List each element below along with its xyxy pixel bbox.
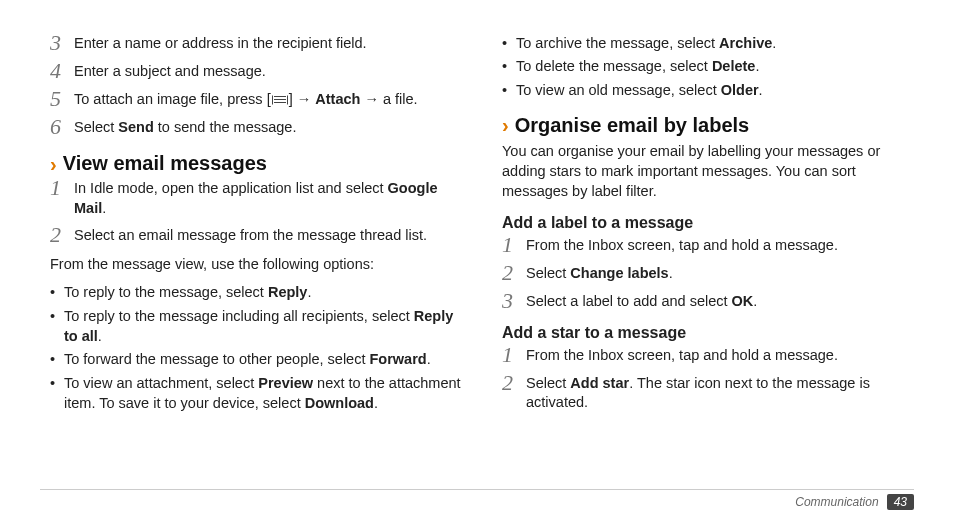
bold-label: Attach (315, 91, 360, 107)
step-text: Select a label to add and select OK. (526, 292, 914, 312)
page-footer: Communication 43 (795, 494, 914, 510)
numbered-step: 2 Select Change labels. (502, 264, 914, 284)
bullet-item: • To view an attachment, select Preview … (50, 373, 462, 414)
bullet-dot-icon: • (502, 56, 516, 76)
step-text: To attach an image file, press [] → Atta… (74, 90, 462, 110)
numbered-step: 6 Select Send to send the message. (50, 118, 462, 138)
menu-icon (272, 95, 288, 105)
step-number: 6 (50, 116, 74, 138)
numbered-step: 2 Select Add star. The star icon next to… (502, 374, 914, 413)
bullet-text: To delete the message, select Delete. (516, 56, 914, 76)
footer-page-number: 43 (887, 494, 914, 510)
numbered-step: 1 From the Inbox screen, tap and hold a … (502, 236, 914, 256)
bold-label: Change labels (570, 265, 668, 281)
step-number: 1 (502, 344, 526, 366)
text-fragment: To reply to the message including all re… (64, 308, 414, 324)
step-text: Select an email message from the message… (74, 226, 462, 246)
step-number: 2 (502, 372, 526, 394)
heading-add-label: Add a label to a message (502, 214, 914, 232)
numbered-step: 1 From the Inbox screen, tap and hold a … (502, 346, 914, 366)
step-number: 3 (502, 290, 526, 312)
text-fragment: . (759, 82, 763, 98)
text-fragment: . (307, 284, 311, 300)
bullet-dot-icon: • (50, 373, 64, 393)
heading-text: View email messages (63, 152, 267, 175)
step-fragment: to send the message. (154, 119, 297, 135)
step-fragment: . (753, 293, 757, 309)
step-fragment: ] → (289, 91, 316, 107)
step-text: Select Add star. The star icon next to t… (526, 374, 914, 413)
step-number: 2 (50, 224, 74, 246)
text-fragment: To view an attachment, select (64, 375, 258, 391)
step-number: 4 (50, 60, 74, 82)
step-fragment: . (669, 265, 673, 281)
bullet-item: • To archive the message, select Archive… (502, 33, 914, 53)
step-number: 2 (502, 262, 526, 284)
heading-text: Organise email by labels (515, 114, 750, 137)
bullet-item: • To view an old message, select Older. (502, 80, 914, 100)
heading-view-email-messages: › View email messages (50, 152, 462, 175)
bold-label: Forward (369, 351, 426, 367)
text-fragment: To archive the message, select (516, 35, 719, 51)
step-text: From the Inbox screen, tap and hold a me… (526, 236, 914, 256)
bullet-text: To view an old message, select Older. (516, 80, 914, 100)
bold-label: Add star (570, 375, 629, 391)
text-fragment: To forward the message to other people, … (64, 351, 369, 367)
step-fragment: To attach an image file, press [ (74, 91, 271, 107)
bullet-dot-icon: • (50, 282, 64, 302)
organise-description: You can organise your email by labelling… (502, 141, 914, 202)
heading-add-star: Add a star to a message (502, 324, 914, 342)
chevron-icon: › (502, 115, 509, 135)
options-intro: From the message view, use the following… (50, 254, 462, 274)
bullet-item: • To reply to the message, select Reply. (50, 282, 462, 302)
step-text: Enter a subject and message. (74, 62, 462, 82)
heading-organise-email: › Organise email by labels (502, 114, 914, 137)
text-fragment: . (772, 35, 776, 51)
footer-section-label: Communication (795, 495, 878, 509)
left-column: 3 Enter a name or address in the recipie… (50, 30, 462, 468)
right-column: • To archive the message, select Archive… (502, 30, 914, 468)
bullet-text: To reply to the message, select Reply. (64, 282, 462, 302)
bullet-dot-icon: • (50, 349, 64, 369)
step-text: Select Send to send the message. (74, 118, 462, 138)
step-fragment: Select (526, 375, 570, 391)
text-fragment: To delete the message, select (516, 58, 712, 74)
step-text: Enter a name or address in the recipient… (74, 34, 462, 54)
bold-label: OK (732, 293, 754, 309)
numbered-step: 2 Select an email message from the messa… (50, 226, 462, 246)
bullet-item: • To forward the message to other people… (50, 349, 462, 369)
step-fragment: Select a label to add and select (526, 293, 732, 309)
step-text: From the Inbox screen, tap and hold a me… (526, 346, 914, 366)
numbered-step: 5 To attach an image file, press [] → At… (50, 90, 462, 110)
bold-label: Reply (268, 284, 308, 300)
step-fragment: → a file. (360, 91, 417, 107)
page-content: 3 Enter a name or address in the recipie… (0, 0, 954, 478)
text-fragment: . (98, 328, 102, 344)
step-number: 3 (50, 32, 74, 54)
bold-label: Delete (712, 58, 756, 74)
step-number: 1 (50, 177, 74, 199)
footer-divider (40, 489, 914, 490)
numbered-step: 1 In Idle mode, open the application lis… (50, 179, 462, 218)
bullet-item: • To delete the message, select Delete. (502, 56, 914, 76)
step-number: 5 (50, 88, 74, 110)
bold-label: Older (721, 82, 759, 98)
bullet-dot-icon: • (50, 306, 64, 326)
bold-label: Download (305, 395, 374, 411)
step-text: Select Change labels. (526, 264, 914, 284)
bullet-text: To archive the message, select Archive. (516, 33, 914, 53)
text-fragment: To view an old message, select (516, 82, 721, 98)
text-fragment: . (427, 351, 431, 367)
step-fragment: Select (74, 119, 118, 135)
numbered-step: 3 Enter a name or address in the recipie… (50, 34, 462, 54)
bold-label: Preview (258, 375, 313, 391)
bullet-dot-icon: • (502, 80, 516, 100)
bullet-item: • To reply to the message including all … (50, 306, 462, 347)
bullet-text: To reply to the message including all re… (64, 306, 462, 347)
bullet-text: To forward the message to other people, … (64, 349, 462, 369)
step-fragment: Select (526, 265, 570, 281)
text-fragment: To reply to the message, select (64, 284, 268, 300)
step-text: In Idle mode, open the application list … (74, 179, 462, 218)
bold-label: Archive (719, 35, 772, 51)
bold-label: Send (118, 119, 153, 135)
